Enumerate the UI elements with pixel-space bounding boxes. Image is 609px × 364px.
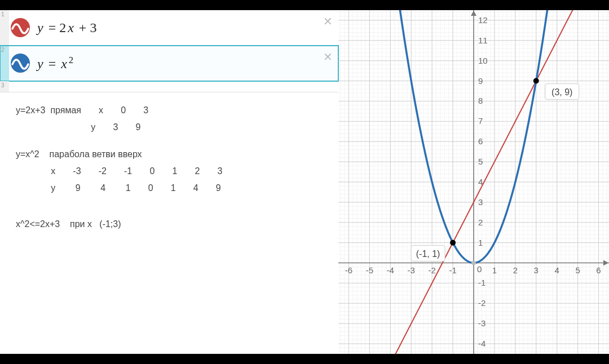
note-line: x^2<=2x+3 при x (-1;3) <box>16 217 327 231</box>
svg-text:8: 8 <box>478 96 483 105</box>
close-icon[interactable]: ✕ <box>323 50 333 64</box>
equation-index: 2 <box>0 46 9 81</box>
svg-text:-3: -3 <box>408 265 415 275</box>
svg-text:1: 1 <box>478 238 483 247</box>
svg-text:6: 6 <box>596 265 601 275</box>
svg-text:4: 4 <box>555 265 559 275</box>
svg-text:1: 1 <box>492 265 497 275</box>
equation-formula[interactable]: y = 2x + 3 <box>32 10 338 45</box>
svg-text:12: 12 <box>478 15 488 25</box>
svg-text:0: 0 <box>477 264 482 274</box>
svg-text:-5: -5 <box>366 265 373 275</box>
svg-text:-4: -4 <box>478 339 486 348</box>
note-line: y=2x+3 прямая x 0 3 <box>16 104 327 117</box>
svg-point-215 <box>471 261 476 265</box>
svg-marker-185 <box>471 11 476 16</box>
equation-formula[interactable]: y = x2 <box>32 46 338 81</box>
svg-text:5: 5 <box>575 265 580 275</box>
svg-text:-6: -6 <box>345 265 352 275</box>
note-line: x -3 -2 -1 0 1 2 3 <box>16 165 327 178</box>
svg-text:-1: -1 <box>449 265 456 275</box>
equation-index: 3 <box>0 81 9 92</box>
svg-text:3: 3 <box>478 197 483 207</box>
equation-row-3[interactable]: 3 <box>0 81 338 92</box>
svg-text:10: 10 <box>478 56 488 65</box>
close-icon[interactable]: ✕ <box>323 15 333 28</box>
svg-text:7: 7 <box>478 116 483 126</box>
svg-text:6: 6 <box>478 136 483 146</box>
svg-text:-2: -2 <box>478 298 486 308</box>
svg-text:5: 5 <box>478 157 483 166</box>
equation-row-2[interactable]: 2 y = x2 ✕ <box>0 46 338 81</box>
note-line: y 9 4 1 0 1 4 9 <box>16 181 327 195</box>
app-container: 1 y = 2x + 3 ✕ 2 y = x2 ✕ 3 y=2x+3 пряма… <box>0 10 609 354</box>
svg-text:(-1, 1): (-1, 1) <box>416 249 440 259</box>
svg-text:11: 11 <box>478 35 488 45</box>
svg-text:3: 3 <box>534 265 539 275</box>
svg-point-216 <box>450 240 456 246</box>
svg-point-219 <box>533 78 539 84</box>
note-line: y 3 9 <box>16 121 327 134</box>
wave-icon[interactable] <box>9 10 32 45</box>
svg-marker-184 <box>603 260 608 266</box>
equation-index: 1 <box>0 10 9 45</box>
graph-panel[interactable]: -6-5-4-3-2-10123456-4-3-2-11234567891011… <box>338 10 609 354</box>
svg-text:2: 2 <box>478 217 483 227</box>
svg-text:-2: -2 <box>428 265 435 275</box>
svg-text:-4: -4 <box>387 265 394 275</box>
svg-text:(3, 9): (3, 9) <box>551 87 572 97</box>
notes-area: y=2x+3 прямая x 0 3 y 3 9 y=x^2 парабола… <box>0 92 338 256</box>
wave-icon[interactable] <box>9 46 32 81</box>
equation-panel: 1 y = 2x + 3 ✕ 2 y = x2 ✕ 3 y=2x+3 пряма… <box>0 10 338 354</box>
note-line: y=x^2 парабола ветви вверх <box>16 148 327 161</box>
svg-text:9: 9 <box>478 76 483 86</box>
equation-row-1[interactable]: 1 y = 2x + 3 ✕ <box>0 10 338 46</box>
svg-text:-1: -1 <box>478 278 486 287</box>
svg-text:-3: -3 <box>478 318 486 328</box>
svg-text:2: 2 <box>513 265 518 275</box>
graph-canvas[interactable]: -6-5-4-3-2-10123456-4-3-2-11234567891011… <box>338 10 609 354</box>
